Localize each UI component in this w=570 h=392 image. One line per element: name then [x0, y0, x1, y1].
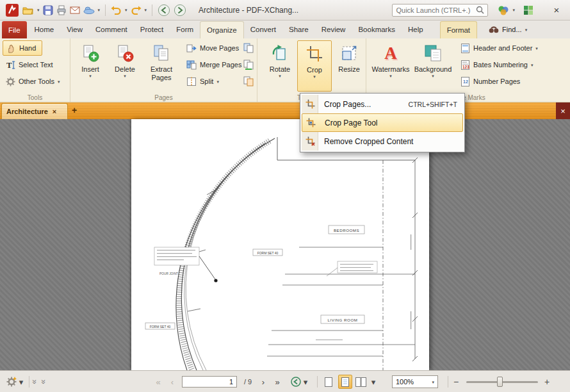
document-tab-close-icon[interactable]: × — [53, 108, 56, 115]
quick-launch-input[interactable] — [396, 6, 473, 14]
panel-expand-chevron[interactable]: » — [38, 377, 51, 386]
tab-format[interactable]: Format — [440, 21, 477, 38]
move-pages-button[interactable]: Move Pages — [183, 40, 242, 56]
zoom-out-button[interactable]: − — [451, 375, 461, 388]
other-tools-button[interactable]: Other Tools ▾ — [3, 74, 63, 89]
delete-pages-button[interactable]: Delete ▾ — [108, 40, 142, 92]
page-number-input[interactable] — [182, 376, 237, 388]
undo-caret-icon[interactable]: ▾ — [125, 8, 127, 12]
menu-item-remove-cropped-content[interactable]: Remove Cropped Content — [302, 132, 463, 151]
first-page-button[interactable]: « — [152, 375, 164, 388]
rotate-button[interactable]: Rotate ▾ — [263, 40, 297, 92]
tab-comment[interactable]: Comment — [89, 20, 134, 38]
document-area[interactable]: POUR JOINT BEDROOMS LIVING ROOM FORM SET… — [0, 119, 570, 370]
header-footer-button[interactable]: Header and Footer ▾ — [457, 40, 541, 56]
page-thumbnail-button[interactable] — [322, 375, 336, 389]
document-tab-architecture[interactable]: Architecture × — [1, 103, 68, 119]
window-close-button[interactable]: × — [548, 4, 565, 15]
page-count-label: / 9 — [240, 375, 256, 388]
move-pages-label: Move Pages — [200, 44, 239, 52]
cloud-button[interactable] — [83, 3, 95, 17]
redo-button[interactable] — [131, 3, 142, 17]
open-file-button[interactable] — [22, 3, 34, 17]
tab-file[interactable]: File — [2, 21, 27, 38]
previous-page-button[interactable]: ‹ — [167, 375, 178, 388]
open-file-caret-icon[interactable]: ▾ — [37, 8, 40, 12]
close-document-button[interactable]: × — [556, 102, 570, 119]
select-text-button[interactable]: T Select Text — [3, 57, 56, 72]
zoom-in-button[interactable]: + — [542, 375, 552, 388]
menu-item-shortcut: CTRL+SHIFT+T — [409, 101, 457, 108]
single-page-view-button[interactable] — [338, 375, 352, 389]
zoom-select[interactable]: 100% ▾ — [392, 375, 438, 388]
window-tile-icon[interactable] — [523, 3, 533, 17]
header-footer-caret-icon: ▾ — [535, 46, 538, 51]
status-bar: ▾ » » « ‹ / 9 › » ▾ ▾ 100% ▾ − + — [0, 370, 570, 392]
tab-review[interactable]: Review — [315, 20, 352, 38]
tab-protect[interactable]: Protect — [134, 20, 170, 38]
background-button[interactable]: Background ▾ — [412, 40, 453, 92]
single-page-icon — [341, 377, 349, 387]
replace-pages-button[interactable] — [242, 75, 255, 88]
menu-item-crop-page-tool[interactable]: Crop Page Tool — [302, 113, 463, 132]
number-pages-button[interactable]: 12 Number Pages — [457, 74, 523, 89]
statusbar-options-caret-icon[interactable]: ▾ — [18, 375, 24, 388]
tab-home[interactable]: Home — [28, 20, 61, 38]
delete-caret-icon: ▾ — [124, 74, 126, 78]
extract-pages-icon — [152, 42, 170, 64]
forward-view-button[interactable] — [174, 3, 186, 17]
tab-share[interactable]: Share — [282, 20, 315, 38]
zoom-caret-icon: ▾ — [432, 380, 434, 384]
redo-caret-icon[interactable]: ▾ — [145, 8, 147, 12]
zoom-slider-thumb[interactable] — [497, 377, 503, 387]
swap-pages-button[interactable] — [242, 58, 255, 71]
crop-button[interactable]: Crop ▾ — [297, 40, 332, 92]
tab-view[interactable]: View — [60, 20, 89, 38]
session-caret-icon[interactable]: ▾ — [512, 8, 515, 12]
view-history-caret-icon[interactable]: ▾ — [302, 375, 309, 388]
tab-organize[interactable]: Organize — [200, 21, 244, 38]
quick-launch-box[interactable] — [392, 4, 488, 17]
print-button[interactable] — [56, 3, 67, 17]
svg-text:123: 123 — [462, 65, 469, 69]
merge-pages-button[interactable]: Merge Pages — [183, 57, 245, 72]
statusbar-options-button[interactable] — [5, 375, 18, 388]
tab-form[interactable]: Form — [170, 20, 200, 38]
new-tab-button[interactable]: + — [72, 105, 77, 115]
rotate-icon — [271, 42, 289, 64]
delete-pages-label: Delete — [115, 65, 135, 74]
menu-item-crop-pages[interactable]: Crop Pages... CTRL+SHIFT+T — [302, 95, 463, 113]
bates-caret-icon: ▾ — [531, 63, 533, 67]
find-button[interactable]: Find... ▾ — [485, 20, 531, 38]
previous-view-button[interactable] — [289, 375, 302, 388]
header-footer-icon — [460, 44, 470, 53]
two-page-view-button[interactable] — [354, 375, 368, 389]
pdf-page[interactable]: POUR JOINT BEDROOMS LIVING ROOM FORM SET… — [131, 119, 429, 370]
undo-button[interactable] — [111, 3, 122, 17]
menu-item-label: Remove Cropped Content — [324, 137, 457, 146]
back-view-button[interactable] — [158, 3, 170, 17]
insert-pages-button[interactable]: Insert ▾ — [73, 40, 108, 92]
insert-pages-icon — [81, 42, 99, 64]
watermarks-button[interactable]: A Watermarks ▾ — [370, 40, 411, 92]
email-button[interactable] — [70, 3, 80, 17]
insert-caret-icon: ▾ — [89, 74, 92, 78]
bates-numbering-icon: 123 — [460, 60, 470, 70]
split-button[interactable]: Split ▾ — [183, 74, 222, 89]
extract-pages-button[interactable]: Extract Pages — [143, 40, 180, 92]
next-page-button[interactable]: › — [257, 375, 269, 388]
hand-tool-button[interactable]: Hand — [3, 40, 42, 56]
last-page-button[interactable]: » — [272, 375, 283, 388]
tab-bookmarks[interactable]: Bookmarks — [352, 20, 402, 38]
save-button[interactable] — [43, 3, 53, 17]
cloud-caret-icon[interactable]: ▾ — [98, 8, 101, 12]
session-icon[interactable] — [498, 3, 509, 17]
page-layout-caret-icon[interactable]: ▾ — [370, 375, 377, 388]
bates-numbering-button[interactable]: 123 Bates Numbering ▾ — [457, 57, 537, 72]
watermarks-caret-icon: ▾ — [389, 74, 392, 78]
duplicate-pages-button[interactable] — [242, 42, 255, 54]
resize-button[interactable]: Resize — [332, 40, 366, 92]
tab-help[interactable]: Help — [402, 20, 430, 38]
tab-convert[interactable]: Convert — [244, 20, 282, 38]
separator — [317, 376, 318, 388]
